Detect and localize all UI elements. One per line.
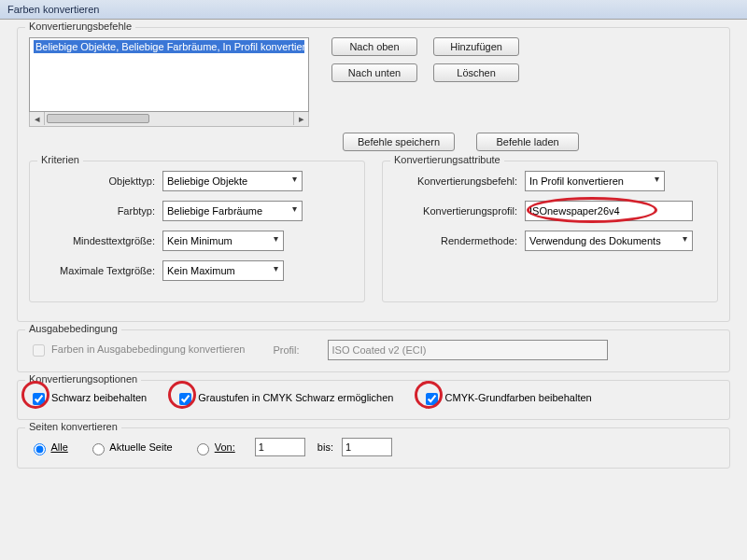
scroll-left-icon[interactable]: ◂ [30, 112, 45, 125]
options-group: Konvertierungsoptionen Schwarz beibehalt… [17, 380, 730, 420]
gray-cmyk-label[interactable]: Graustufen in CMYK Schwarz ermöglichen [176, 390, 393, 408]
pages-to-input[interactable] [342, 438, 392, 456]
scroll-thumb[interactable] [47, 114, 149, 123]
commands-scrollbar[interactable]: ◂ ▸ [29, 112, 309, 127]
max-text-select[interactable]: Kein Maximum [162, 260, 284, 281]
gray-cmyk-checkbox[interactable] [179, 393, 191, 405]
preserve-cmyk-label[interactable]: CMYK-Grundfarben beibehalten [422, 390, 591, 408]
pages-from-label[interactable]: Von: [192, 441, 238, 453]
commands-group: Konvertierungsbefehle Beliebige Objekte,… [17, 27, 730, 322]
criteria-group-label: Kriterien [37, 154, 83, 165]
conv-cmd-select[interactable]: In Profil konvertieren [525, 171, 665, 191]
pages-group: Seiten konvertieren Alle Aktuelle Seite … [17, 427, 730, 469]
pages-to-label: bis: [317, 441, 333, 453]
render-label: Rendermethode: [394, 235, 525, 246]
commands-group-label: Konvertierungsbefehle [25, 21, 135, 32]
output-convert-checkbox [33, 344, 45, 357]
output-profile-input [328, 340, 608, 360]
save-commands-button[interactable]: Befehle speichern [343, 133, 455, 151]
commands-listbox[interactable]: Beliebige Objekte, Beliebige Farbräume, … [29, 37, 309, 112]
object-type-select[interactable]: Beliebige Objekte [162, 171, 303, 191]
commands-list-item[interactable]: Beliebige Objekte, Beliebige Farbräume, … [34, 40, 304, 53]
min-text-label: Mindesttextgröße: [41, 235, 162, 246]
pages-current-label[interactable]: Aktuelle Seite [88, 441, 176, 453]
pages-all-label[interactable]: Alle [29, 441, 71, 453]
add-button[interactable]: Hinzufügen [433, 37, 519, 56]
window-title: Farben konvertieren [7, 4, 99, 15]
options-group-label: Konvertierungsoptionen [25, 373, 141, 385]
preserve-black-label[interactable]: Schwarz beibehalten [29, 390, 147, 408]
pages-group-label: Seiten konvertieren [25, 421, 121, 432]
pages-from-radio[interactable] [197, 443, 209, 455]
conv-cmd-label: Konvertierungsbefehl: [394, 175, 525, 187]
conv-profile-input[interactable] [525, 201, 693, 221]
output-profile-label: Profil: [273, 344, 299, 356]
output-convert-label: Farben in Ausgabebedingung konvertieren [29, 342, 245, 359]
color-type-select[interactable]: Beliebige Farbräume [162, 201, 303, 221]
preserve-cmyk-checkbox[interactable] [426, 393, 438, 405]
conv-profile-label: Konvertierungsprofil: [394, 205, 525, 217]
pages-from-input[interactable] [255, 438, 305, 456]
criteria-group: Kriterien Objekttyp: Beliebige Objekte F… [29, 161, 365, 302]
attributes-group: Konvertierungsattribute Konvertierungsbe… [382, 161, 718, 302]
move-up-button[interactable]: Nach oben [331, 37, 417, 56]
max-text-label: Maximale Textgröße: [41, 265, 162, 276]
preserve-black-checkbox[interactable] [33, 393, 45, 405]
min-text-select[interactable]: Kein Minimum [162, 231, 284, 251]
scroll-right-icon[interactable]: ▸ [293, 112, 308, 125]
output-group-label: Ausgabebedingung [25, 323, 121, 334]
pages-current-radio[interactable] [92, 443, 105, 455]
window-titlebar: Farben konvertieren [0, 0, 747, 20]
render-select[interactable]: Verwendung des Dokuments [525, 231, 693, 251]
attributes-group-label: Konvertierungsattribute [390, 154, 504, 165]
delete-button[interactable]: Löschen [433, 63, 519, 82]
output-group: Ausgabebedingung Farben in Ausgabebeding… [17, 329, 730, 372]
load-commands-button[interactable]: Befehle laden [476, 133, 579, 151]
object-type-label: Objekttyp: [41, 175, 162, 187]
pages-all-radio[interactable] [34, 443, 46, 455]
color-type-label: Farbtyp: [41, 205, 162, 217]
move-down-button[interactable]: Nach unten [331, 63, 417, 82]
